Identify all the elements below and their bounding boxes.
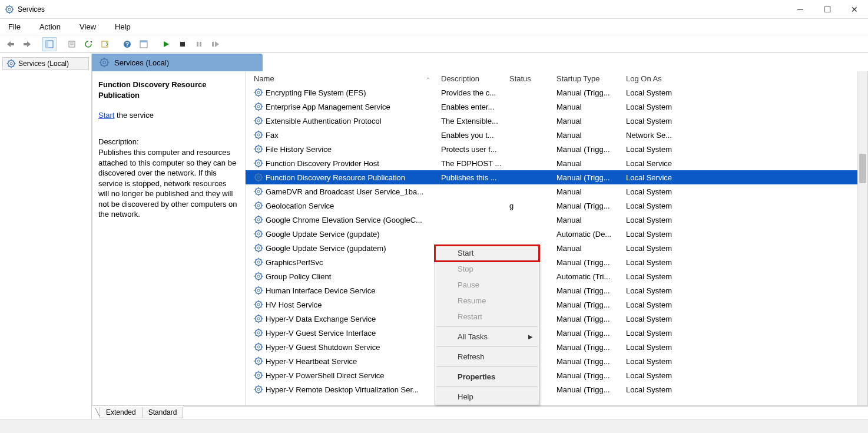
service-name-text: Function Discovery Resource Publication [266, 173, 405, 182]
service-name-text: Enterprise App Management Service [266, 103, 390, 111]
service-logon-text: Local System [622, 103, 717, 111]
service-row[interactable]: Geolocation ServicegManual (Trigg...Loca… [246, 199, 867, 213]
service-startup-text: Manual (Trigg... [553, 357, 622, 366]
service-logon-text: Local System [622, 258, 717, 267]
service-desc-text: The FDPHOST ... [438, 159, 506, 168]
export-list-button[interactable] [98, 37, 112, 51]
service-logon-text: Local System [622, 286, 717, 295]
col-header-logon[interactable]: Log On As [622, 74, 717, 83]
toolbar: ? [0, 35, 868, 53]
col-header-description[interactable]: Description [438, 74, 506, 83]
service-logon-text: Local System [622, 357, 717, 366]
menu-action[interactable]: Action [36, 21, 64, 32]
content-header: Services (Local) [92, 54, 263, 71]
service-logon-text: Local System [622, 300, 717, 309]
start-service-link[interactable]: Start [98, 111, 114, 120]
service-name-text: Hyper-V Data Exchange Service [266, 315, 376, 323]
help-toolbar-button[interactable]: ? [120, 37, 134, 51]
menu-help[interactable]: Help [111, 21, 134, 32]
start-service-toolbar-button[interactable] [159, 37, 173, 51]
service-row[interactable]: Extensible Authentication ProtocolThe Ex… [246, 114, 867, 128]
menu-file[interactable]: File [5, 21, 24, 32]
service-row[interactable]: Google Chrome Elevation Service (GoogleC… [246, 213, 867, 227]
service-icon [254, 257, 263, 267]
service-name-text: Google Chrome Elevation Service (GoogleC… [266, 216, 422, 224]
service-row[interactable]: Group Policy ClientgAutomatic (Tri...Loc… [246, 269, 867, 283]
service-row[interactable]: HV Host ServiceManual (Trigg...Local Sys… [246, 298, 867, 312]
svg-rect-22 [180, 42, 185, 47]
service-row[interactable]: Hyper-V Guest Shutdown ServiceManual (Tr… [246, 340, 867, 354]
refresh-toolbar-button[interactable] [81, 37, 95, 51]
service-logon-text: Local System [622, 117, 717, 125]
svg-rect-25 [212, 42, 214, 47]
pause-service-toolbar-button[interactable] [192, 37, 206, 51]
service-row[interactable]: Human Interface Device ServiceManual (Tr… [246, 283, 867, 298]
vertical-scrollbar[interactable] [857, 71, 867, 405]
service-logon-text: Local System [622, 315, 717, 323]
service-name-text: Human Interface Device Service [266, 286, 375, 295]
service-row[interactable]: Enterprise App Management ServiceEnables… [246, 100, 867, 114]
service-row[interactable]: Google Update Service (gupdate)Automatic… [246, 227, 867, 241]
service-icon [254, 371, 263, 380]
service-list-pane: Name⌃ Description Status Startup Type Lo… [246, 71, 867, 405]
service-row[interactable]: FaxEnables you t...ManualNetwork Se... [246, 128, 867, 142]
close-button[interactable]: ✕ [841, 0, 868, 18]
ctx-start[interactable]: Start [435, 245, 539, 261]
back-button[interactable] [4, 37, 18, 51]
service-row[interactable]: Function Discovery Resource PublicationP… [246, 170, 867, 184]
start-suffix: the service [114, 111, 153, 120]
service-row[interactable]: Hyper-V Guest Service InterfaceManual (T… [246, 326, 867, 340]
service-row[interactable]: File History ServiceProtects user f...Ma… [246, 142, 867, 156]
col-header-startup[interactable]: Startup Type [553, 74, 622, 83]
forward-button[interactable] [20, 37, 34, 51]
service-icon [254, 144, 263, 154]
service-logon-text: Local System [622, 385, 717, 394]
ctx-help[interactable]: Help [435, 389, 539, 405]
service-row[interactable]: GraphicsPerfSvcManual (Trigg...Local Sys… [246, 255, 867, 269]
service-row[interactable]: Hyper-V Remote Desktop Virtualization Se… [246, 382, 867, 396]
maximize-button[interactable]: ☐ [814, 0, 841, 18]
service-row[interactable]: Encrypting File System (EFS)Provides the… [246, 85, 867, 100]
ctx-all-tasks[interactable]: All Tasks ▶ [435, 329, 539, 345]
service-startup-text: Manual (Trigg... [553, 286, 622, 295]
service-row[interactable]: Hyper-V Heartbeat ServiceMonitors the ..… [246, 354, 867, 368]
ctx-properties[interactable]: Properties [435, 369, 539, 385]
service-startup-text: Manual (Trigg... [553, 88, 622, 97]
restart-service-toolbar-button[interactable] [208, 37, 223, 51]
show-hide-action-pane-button[interactable] [137, 37, 151, 51]
col-header-name[interactable]: Name⌃ [250, 74, 438, 83]
context-menu: Start Stop Pause Resume Restart All Task… [435, 244, 539, 405]
properties-toolbar-button[interactable] [65, 37, 79, 51]
ctx-refresh[interactable]: Refresh [435, 349, 539, 365]
service-icon [254, 215, 263, 224]
service-row[interactable]: Function Discovery Provider HostThe FDPH… [246, 156, 867, 170]
service-name-text: HV Host Service [266, 300, 322, 309]
service-icon [254, 342, 263, 352]
service-icon [254, 272, 263, 281]
col-header-status[interactable]: Status [506, 74, 553, 83]
service-icon [254, 187, 263, 196]
menu-view[interactable]: View [76, 21, 100, 32]
service-desc-text: Publishes this ... [438, 173, 506, 182]
tab-extended[interactable]: Extended [100, 407, 143, 418]
services-window: Services ─ ☐ ✕ File Action View Help ? [0, 0, 868, 433]
service-row[interactable]: Google Update Service (gupdatem)ManualLo… [246, 241, 867, 255]
service-name-text: Hyper-V Heartbeat Service [266, 357, 357, 366]
service-row[interactable]: Hyper-V PowerShell Direct ServiceProvide… [246, 368, 867, 382]
tree-node-services-local[interactable]: Services (Local) [2, 57, 89, 70]
minimize-button[interactable]: ─ [787, 0, 814, 18]
service-icon [254, 102, 263, 111]
tab-standard[interactable]: Standard [142, 407, 184, 418]
service-rows: Encrypting File System (EFS)Provides the… [246, 85, 867, 396]
stop-service-toolbar-button[interactable] [175, 37, 190, 51]
scrollbar-thumb[interactable] [859, 154, 866, 183]
service-name-text: Extensible Authentication Protocol [266, 117, 382, 125]
show-hide-tree-button[interactable] [42, 37, 57, 51]
service-name-text: Hyper-V Remote Desktop Virtualization Se… [266, 385, 419, 394]
statusbar [0, 419, 868, 433]
service-name-text: Google Update Service (gupdate) [266, 230, 380, 239]
service-row[interactable]: GameDVR and Broadcast User Service_1ba..… [246, 184, 867, 199]
service-logon-text: Local System [622, 201, 717, 210]
service-row[interactable]: Hyper-V Data Exchange ServiceManual (Tri… [246, 312, 867, 326]
service-logon-text: Local System [622, 371, 717, 380]
